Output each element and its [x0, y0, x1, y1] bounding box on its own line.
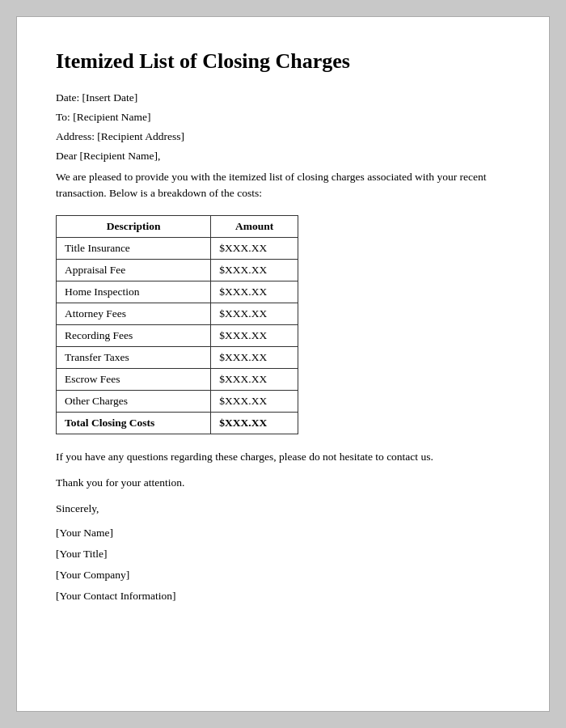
row-description: Title Insurance: [57, 237, 211, 259]
table-row: Attorney Fees$XXX.XX: [57, 303, 298, 324]
row-description: Transfer Taxes: [57, 346, 211, 368]
signer-title: [Your Title]: [56, 548, 510, 561]
signature-block: [Your Name] [Your Title] [Your Company] …: [56, 527, 510, 603]
table-row: Title Insurance$XXX.XX: [57, 237, 298, 259]
closing-text: If you have any questions regarding thes…: [56, 449, 510, 465]
signer-company: [Your Company]: [56, 569, 510, 582]
row-amount: $XXX.XX: [211, 368, 298, 390]
total-label: Total Closing Costs: [57, 412, 211, 434]
col-description-header: Description: [57, 215, 211, 237]
table-row: Appraisal Fee$XXX.XX: [57, 259, 298, 281]
row-description: Recording Fees: [57, 324, 211, 346]
charges-table: Description Amount Title Insurance$XXX.X…: [56, 215, 298, 434]
row-amount: $XXX.XX: [211, 324, 298, 346]
thank-you-text: Thank you for your attention.: [56, 475, 510, 491]
date-line: Date: [Insert Date]: [56, 91, 510, 104]
to-line: To: [Recipient Name]: [56, 111, 510, 124]
row-amount: $XXX.XX: [211, 281, 298, 303]
address-line: Address: [Recipient Address]: [56, 130, 510, 143]
row-amount: $XXX.XX: [211, 346, 298, 368]
row-amount: $XXX.XX: [211, 237, 298, 259]
row-description: Appraisal Fee: [57, 259, 211, 281]
signer-contact: [Your Contact Information]: [56, 590, 510, 603]
signer-name: [Your Name]: [56, 527, 510, 540]
row-description: Home Inspection: [57, 281, 211, 303]
dear-line: Dear [Recipient Name],: [56, 150, 510, 163]
table-row: Recording Fees$XXX.XX: [57, 324, 298, 346]
row-amount: $XXX.XX: [211, 259, 298, 281]
table-row: Other Charges$XXX.XX: [57, 390, 298, 412]
row-description: Escrow Fees: [57, 368, 211, 390]
row-amount: $XXX.XX: [211, 303, 298, 324]
total-amount: $XXX.XX: [211, 412, 298, 434]
page-title: Itemized List of Closing Charges: [56, 49, 510, 74]
sincerely-text: Sincerely,: [56, 501, 510, 517]
page-container: Itemized List of Closing Charges Date: […: [16, 16, 550, 712]
table-row: Escrow Fees$XXX.XX: [57, 368, 298, 390]
col-amount-header: Amount: [211, 215, 298, 237]
table-row: Home Inspection$XXX.XX: [57, 281, 298, 303]
row-amount: $XXX.XX: [211, 390, 298, 412]
row-description: Attorney Fees: [57, 303, 211, 324]
intro-text: We are pleased to provide you with the i…: [56, 169, 510, 202]
row-description: Other Charges: [57, 390, 211, 412]
table-row: Transfer Taxes$XXX.XX: [57, 346, 298, 368]
total-row: Total Closing Costs $XXX.XX: [57, 412, 298, 434]
